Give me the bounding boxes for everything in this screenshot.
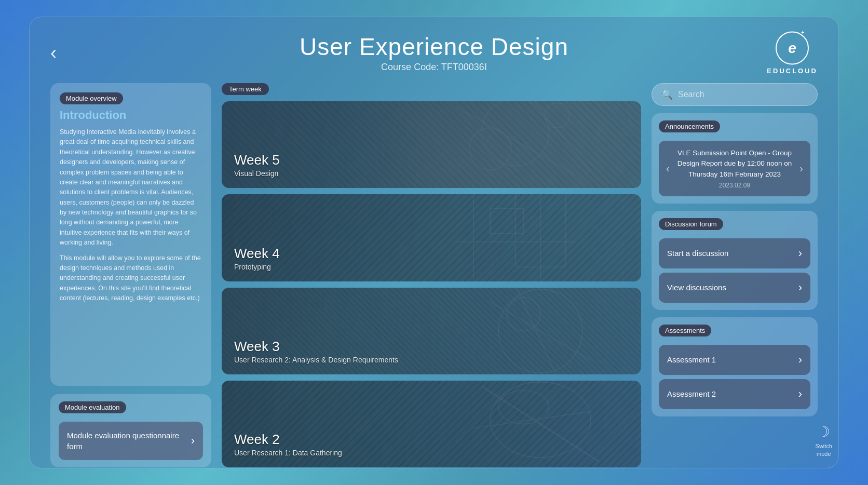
eval-link-text: Module evaluation questionnaire form (67, 430, 191, 452)
right-panel: 🔍 Announcements ‹ VLE Submission Point O… (652, 83, 818, 467)
start-discussion-button[interactable]: Start a discussion › (659, 238, 810, 268)
assessment-1-label: Assessment 1 (667, 355, 716, 364)
week-title-2: Week 2 (234, 432, 629, 448)
assessment-1-button[interactable]: Assessment 1 › (659, 345, 810, 375)
intro-p1: Studying Interactive Media inevitably in… (60, 127, 202, 248)
course-code: Course Code: TFT00036I (50, 62, 818, 73)
view-discussions-chevron: › (798, 281, 802, 294)
week-card-3[interactable]: Week 3 User Research 2: Analysis & Desig… (222, 288, 641, 374)
logo-icon: e (788, 39, 796, 56)
week-subtitle-3: User Research 2: Analysis & Design Requi… (234, 356, 629, 364)
ann-prev-button[interactable]: ‹ (666, 163, 670, 174)
assessments-label: Assessments (659, 325, 711, 336)
search-bar[interactable]: 🔍 (652, 83, 818, 106)
week-title-5: Week 5 (234, 152, 629, 168)
eval-chevron-icon: › (191, 434, 195, 448)
header: ‹ User Experience Design Course Code: TF… (50, 33, 818, 73)
assessment-1-chevron: › (798, 353, 802, 367)
week-card-content-4: Week 4 Prototyping (222, 194, 641, 281)
left-panel: Module overview Introduction Studying In… (50, 83, 211, 467)
assessment-2-label: Assessment 2 (667, 389, 716, 398)
week-subtitle-4: Prototyping (234, 263, 629, 271)
week-subtitle-5: Visual Design (234, 169, 629, 178)
ann-next-button[interactable]: › (799, 163, 803, 174)
week-subtitle-2: User Research 1: Data Gathering (234, 449, 629, 457)
announcements-box: Announcements ‹ VLE Submission Point Ope… (652, 113, 818, 204)
week-title-3: Week 3 (234, 339, 629, 355)
search-input[interactable] (678, 90, 808, 99)
assessment-2-button[interactable]: Assessment 2 › (659, 379, 810, 409)
moon-icon: ☽ (817, 423, 830, 440)
announcements-label: Announcements (659, 120, 720, 132)
discussion-label: Discussion forum (659, 218, 723, 230)
weeks-list: Week 5 Visual Design (222, 101, 641, 467)
week-card-content-2: Week 2 User Research 1: Data Gathering (222, 381, 641, 467)
search-icon: 🔍 (661, 89, 673, 100)
intro-title: Introduction (60, 109, 202, 122)
ann-content: VLE Submission Point Open - Group Design… (674, 148, 796, 189)
intro-p2: This module will allow you to explore so… (60, 253, 202, 304)
week-card-2[interactable]: Week 2 User Research 1: Data Gathering (222, 381, 641, 467)
main-container: ‹ User Experience Design Course Code: TF… (29, 17, 839, 468)
week-card-5[interactable]: Week 5 Visual Design (222, 101, 641, 188)
ann-text: VLE Submission Point Open - Group Design… (674, 148, 796, 180)
intro-text: Studying Interactive Media inevitably in… (60, 127, 202, 303)
term-week-label: Term week (222, 83, 269, 95)
assessments-box: Assessments Assessment 1 › Assessment 2 … (652, 317, 818, 416)
week-card-content-3: Week 3 User Research 2: Analysis & Desig… (222, 288, 641, 374)
week-card-4[interactable]: Week 4 Prototyping (222, 194, 641, 281)
switch-mode-label: Switchmode (816, 442, 832, 457)
view-discussions-button[interactable]: View discussions › (659, 273, 810, 303)
module-eval-box: Module evaluation Module evaluation ques… (50, 394, 211, 467)
start-discussion-label: Start a discussion (667, 249, 728, 258)
eval-link[interactable]: Module evaluation questionnaire form › (59, 422, 203, 460)
week-title-4: Week 4 (234, 246, 629, 262)
assessment-2-chevron: › (798, 387, 802, 401)
header-title-group: User Experience Design Course Code: TFT0… (50, 33, 818, 73)
switch-mode-button[interactable]: ☽ Switchmode (816, 423, 832, 457)
main-layout: Module overview Introduction Studying In… (50, 83, 818, 467)
start-discussion-chevron: › (798, 247, 802, 260)
page-title: User Experience Design (50, 33, 818, 61)
module-overview-label: Module overview (60, 92, 123, 104)
view-discussions-label: View discussions (667, 283, 726, 292)
announcement-card: ‹ VLE Submission Point Open - Group Desi… (659, 141, 810, 196)
discussion-box: Discussion forum Start a discussion › Vi… (652, 211, 818, 310)
week-card-content-5: Week 5 Visual Design (222, 101, 641, 188)
logo: e EDUCLOUD (767, 31, 818, 74)
back-button[interactable]: ‹ (50, 42, 57, 64)
module-eval-label: Module evaluation (59, 401, 126, 413)
ann-date: 2023.02.09 (674, 182, 796, 189)
module-overview-box: Module overview Introduction Studying In… (50, 83, 211, 386)
logo-circle: e (776, 31, 809, 64)
middle-panel: Term week (222, 83, 641, 467)
logo-text: EDUCLOUD (767, 66, 818, 74)
